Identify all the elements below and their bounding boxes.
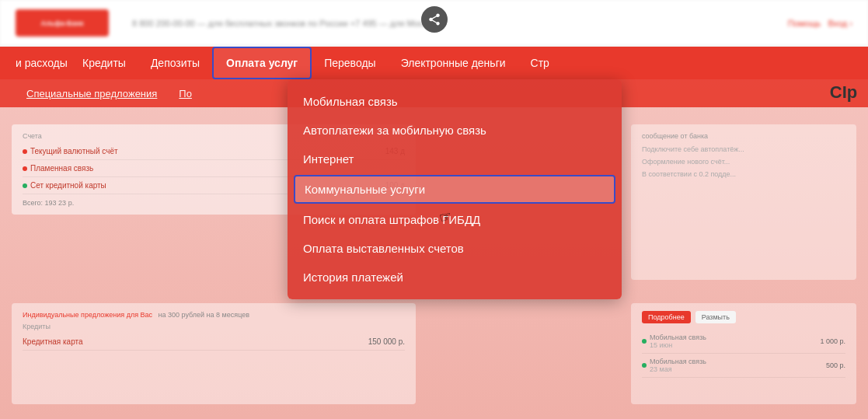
bg-user-info: Помощь Вход › [788,19,852,28]
nav-item-transfers[interactable]: Переводы [312,47,388,79]
logo-text: Альфа-Банк [40,19,83,27]
nav-item-electronic[interactable]: Электронные деньги [389,47,518,79]
sub-nav-special[interactable]: Специальные предложения [16,88,168,100]
dropdown-item-autopay[interactable]: Автоплатежи за мобильную связь [288,116,622,145]
nav-item-insurance[interactable]: Стр [518,47,562,79]
sub-nav-po[interactable]: По [168,88,203,100]
bg-logo: Альфа-Банк [16,9,109,37]
payment-row-1: Мобильная связь 15 июн 1 000 р. [642,330,845,354]
nav-item-services[interactable]: Оплата услуг [212,47,312,79]
dropdown-item-mobile[interactable]: Мобильная связь [288,87,622,116]
bg-phone-info: 8 800 200-00-00 — для бесплатных звонков… [132,19,788,28]
nav-item-credits[interactable]: Кредиты [70,47,138,79]
dropdown-menu: Мобильная связь Автоплатежи за мобильную… [288,79,622,299]
bottom-right-panel: Подробнее Размыть Мобильная связь 15 июн… [631,303,856,404]
cip-label: CIp [819,66,868,118]
main-nav: и расходы Кредиты Депозиты Оплата услуг … [0,47,868,79]
top-center-icon[interactable] [421,6,448,33]
right-panel-title: сообщение от банка [642,132,845,140]
credit-card-row: Кредитная карта 150 000 р. [23,333,405,351]
dropdown-item-history[interactable]: История платежей [288,263,622,292]
right-panel-content: Подключите себе автоплатёж... Оформление… [642,143,845,181]
nav-item-deposits[interactable]: Депозиты [138,47,212,79]
dropdown-item-utility[interactable]: Коммунальные услуги [294,175,615,204]
credits-title: Кредиты [23,323,405,330]
bottom-panel-title: Индивидуальные предложения для Вас на 30… [23,311,405,319]
podrobno-button[interactable]: Подробнее [642,311,691,323]
bottom-right-items: Мобильная связь 15 июн 1 000 р. Мобильна… [642,330,845,378]
razmyt-button[interactable]: Размыть [695,311,736,323]
payment-row-2: Мобильная связь 23 мая 500 р. [642,354,845,378]
dropdown-item-fines[interactable]: Поиск и оплата штрафов ГИБДД [288,205,622,234]
dropdown-item-internet[interactable]: Интернет [288,145,622,173]
bottom-panel: Индивидуальные предложения для Вас на 30… [12,303,416,404]
dropdown-item-invoices[interactable]: Оплата выставленных счетов [288,234,622,263]
nav-item-expenses[interactable]: и расходы [8,47,70,79]
right-panel: сообщение от банка Подключите себе автоп… [631,124,856,280]
bottom-right-actions: Подробнее Размыть [642,311,845,323]
